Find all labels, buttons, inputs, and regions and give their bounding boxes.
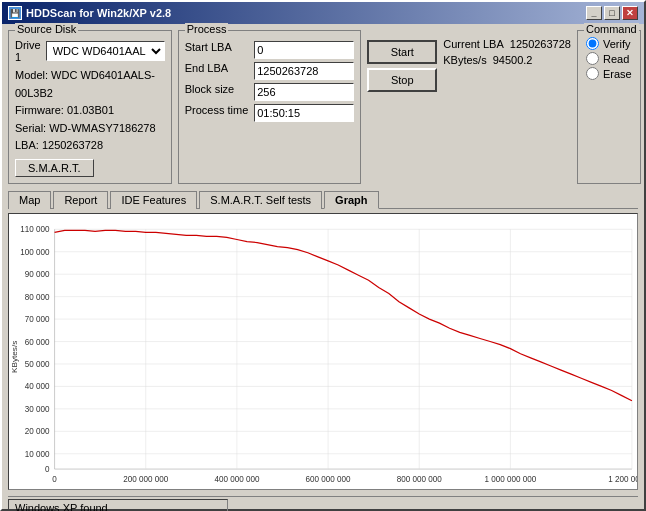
block-size-input[interactable] xyxy=(254,83,354,101)
smart-button[interactable]: S.M.A.R.T. xyxy=(15,159,94,177)
main-window: 💾 HDDScan for Win2k/XP v2.8 _ □ ✕ Source… xyxy=(0,0,646,511)
process-time-label: Process time xyxy=(185,104,249,122)
model-info: Model: WDC WD6401AALS-00L3B2 xyxy=(15,67,165,102)
disk-info: Model: WDC WD6401AALS-00L3B2 Firmware: 0… xyxy=(15,67,165,155)
start-lba-label: Start LBA xyxy=(185,41,249,59)
svg-text:50 000: 50 000 xyxy=(25,360,50,369)
process-time-input[interactable] xyxy=(254,104,354,122)
graph-svg: 110 000 100 000 90 000 80 000 70 000 60 … xyxy=(9,214,637,489)
drive-row: Drive 1 WDC WD6401AAL xyxy=(15,39,165,63)
close-button[interactable]: ✕ xyxy=(622,6,638,20)
verify-radio-row: Verify xyxy=(586,37,632,50)
source-disk-label: Source Disk xyxy=(15,23,78,35)
command-group: Command Verify Read Erase xyxy=(577,30,641,184)
tab-report[interactable]: Report xyxy=(53,191,108,209)
svg-text:20 000: 20 000 xyxy=(25,427,50,436)
title-bar-left: 💾 HDDScan for Win2k/XP v2.8 xyxy=(8,6,171,20)
drive-label: Drive 1 xyxy=(15,39,42,63)
current-lba-value: 1250263728 xyxy=(510,38,571,50)
svg-text:70 000: 70 000 xyxy=(25,315,50,324)
kbytes-label: KBytes/s xyxy=(443,54,486,66)
current-lba-label: Current LBA xyxy=(443,38,504,50)
svg-text:90 000: 90 000 xyxy=(25,270,50,279)
erase-label: Erase xyxy=(603,68,632,80)
svg-text:1 000 000 000: 1 000 000 000 xyxy=(484,475,536,484)
read-label: Read xyxy=(603,53,629,65)
svg-text:60 000: 60 000 xyxy=(25,338,50,347)
top-section: Source Disk Drive 1 WDC WD6401AAL Model:… xyxy=(8,30,638,184)
process-group: Process Start LBA End LBA Block size Pro… xyxy=(178,30,362,184)
status-text: Windows XP found xyxy=(15,502,108,511)
tabs-bar: Map Report IDE Features S.M.A.R.T. Self … xyxy=(8,190,638,209)
tab-graph[interactable]: Graph xyxy=(324,191,378,209)
window-title: HDDScan for Win2k/XP v2.8 xyxy=(26,7,171,19)
erase-radio[interactable] xyxy=(586,67,599,80)
graph-area: 110 000 100 000 90 000 80 000 70 000 60 … xyxy=(8,213,638,490)
verify-radio[interactable] xyxy=(586,37,599,50)
svg-text:110 000: 110 000 xyxy=(20,225,50,234)
app-icon: 💾 xyxy=(8,6,22,20)
tab-smart-self-tests[interactable]: S.M.A.R.T. Self tests xyxy=(199,191,322,209)
title-buttons: _ □ ✕ xyxy=(586,6,638,20)
minimize-button[interactable]: _ xyxy=(586,6,602,20)
buttons-section: Start Stop xyxy=(367,30,437,184)
drive-select[interactable]: WDC WD6401AAL xyxy=(46,41,165,61)
source-disk-group: Source Disk Drive 1 WDC WD6401AAL Model:… xyxy=(8,30,172,184)
read-radio-row: Read xyxy=(586,52,632,65)
status-bar: Windows XP found xyxy=(8,496,638,511)
tab-ide-features[interactable]: IDE Features xyxy=(110,191,197,209)
process-label: Process xyxy=(185,23,229,35)
svg-text:10 000: 10 000 xyxy=(25,450,50,459)
svg-text:LBA: LBA xyxy=(335,487,353,490)
current-section: Current LBA 1250263728 KBytes/s 94500.2 xyxy=(443,30,571,184)
verify-label: Verify xyxy=(603,38,631,50)
stop-button[interactable]: Stop xyxy=(367,68,437,92)
process-grid: Start LBA End LBA Block size Process tim… xyxy=(185,41,355,122)
svg-text:400 000 000: 400 000 000 xyxy=(214,475,259,484)
tab-map[interactable]: Map xyxy=(8,191,51,209)
svg-text:200 000 000: 200 000 000 xyxy=(123,475,168,484)
svg-text:1 200 000 00: 1 200 000 00 xyxy=(608,475,637,484)
end-lba-label: End LBA xyxy=(185,62,249,80)
svg-text:0: 0 xyxy=(52,475,57,484)
lba-info: LBA: 1250263728 xyxy=(15,137,165,155)
read-radio[interactable] xyxy=(586,52,599,65)
svg-text:30 000: 30 000 xyxy=(25,405,50,414)
start-lba-input[interactable] xyxy=(254,41,354,59)
maximize-button[interactable]: □ xyxy=(604,6,620,20)
erase-radio-row: Erase xyxy=(586,67,632,80)
title-bar: 💾 HDDScan for Win2k/XP v2.8 _ □ ✕ xyxy=(2,2,644,24)
start-button[interactable]: Start xyxy=(367,40,437,64)
svg-text:800 000 000: 800 000 000 xyxy=(397,475,442,484)
kbytes-value: 94500.2 xyxy=(493,54,533,66)
command-group-label: Command xyxy=(584,23,639,35)
svg-text:0: 0 xyxy=(45,465,50,474)
svg-text:40 000: 40 000 xyxy=(25,382,50,391)
svg-text:KBytes/s: KBytes/s xyxy=(10,341,19,373)
status-panel: Windows XP found xyxy=(8,499,228,511)
end-lba-input[interactable] xyxy=(254,62,354,80)
firmware-info: Firmware: 01.03B01 xyxy=(15,102,165,120)
block-size-label: Block size xyxy=(185,83,249,101)
svg-text:80 000: 80 000 xyxy=(25,293,50,302)
svg-text:600 000 000: 600 000 000 xyxy=(306,475,351,484)
serial-info: Serial: WD-WMASY7186278 xyxy=(15,120,165,138)
content-area: Source Disk Drive 1 WDC WD6401AAL Model:… xyxy=(2,24,644,511)
kbytes-row: KBytes/s 94500.2 xyxy=(443,54,571,66)
current-lba-row: Current LBA 1250263728 xyxy=(443,38,571,50)
svg-text:100 000: 100 000 xyxy=(20,248,50,257)
